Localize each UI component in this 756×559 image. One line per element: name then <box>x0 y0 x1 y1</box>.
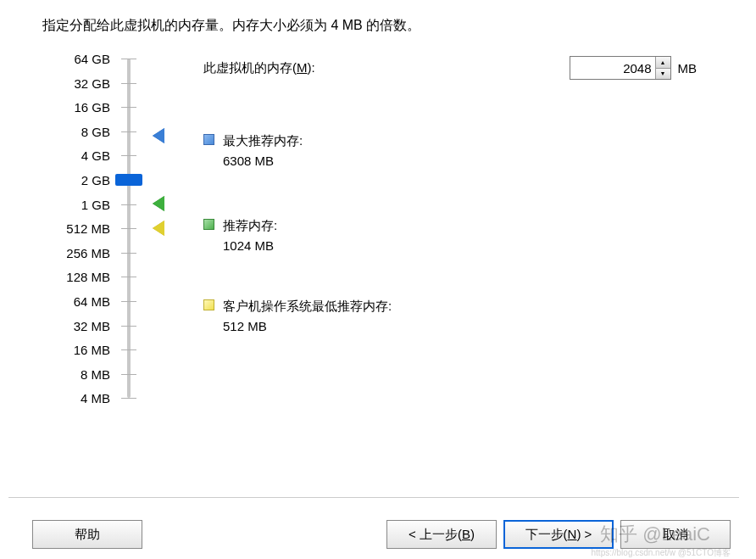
slider-tick-label: 16 MB <box>74 343 110 357</box>
slider-tick-label: 512 MB <box>66 221 110 236</box>
slider-tick-label: 32 MB <box>74 318 110 333</box>
legend-blue-square-icon <box>203 134 214 145</box>
help-button[interactable]: 帮助 <box>32 520 142 549</box>
slider-tick-label: 2 GB <box>81 173 110 187</box>
slider-tick-label: 64 GB <box>74 52 110 66</box>
spinner-down-icon[interactable]: ▼ <box>656 69 670 80</box>
legend-recommended-memory: 推荐内存: 1024 MB <box>203 215 277 256</box>
memory-label: 此虚拟机的内存(M): <box>203 60 315 76</box>
next-button[interactable]: 下一步(N) > <box>503 520 614 549</box>
memory-unit: MB <box>678 61 698 75</box>
legend-max-memory: 最大推荐内存: 6308 MB <box>203 131 303 171</box>
legend-green-square-icon <box>203 219 214 230</box>
recommended-memory-marker-icon <box>153 196 164 211</box>
min-memory-marker-icon <box>153 221 164 236</box>
slider-tick-label: 8 MB <box>81 366 110 381</box>
slider-tick-label: 1 GB <box>81 197 110 211</box>
max-memory-marker-icon <box>153 128 164 143</box>
legend-yellow-square-icon <box>203 299 214 310</box>
spinner-up-icon[interactable]: ▲ <box>656 57 670 69</box>
watermark-small: https://blog.csdn.net/w @51CTO博客 <box>592 547 731 559</box>
memory-slider[interactable]: 64 GB32 GB16 GB8 GB4 GB2 GB1 GB512 MB256… <box>42 59 170 432</box>
slider-tick-label: 4 GB <box>81 148 110 163</box>
slider-tick-label: 256 MB <box>66 245 110 260</box>
legend-min-memory: 客户机操作系统最低推荐内存: 512 MB <box>203 296 392 337</box>
memory-spinner[interactable]: ▲ ▼ <box>570 56 671 80</box>
cancel-button[interactable]: 取消 <box>620 520 731 549</box>
slider-thumb[interactable] <box>115 174 142 186</box>
slider-tick-label: 32 GB <box>74 75 110 90</box>
slider-tick-label: 64 MB <box>74 294 110 309</box>
memory-input[interactable] <box>570 57 655 79</box>
slider-tick-label: 128 MB <box>66 270 110 284</box>
divider <box>8 497 739 498</box>
slider-tick-label: 4 MB <box>81 391 110 405</box>
slider-tick-label: 16 GB <box>74 100 110 115</box>
instruction-text: 指定分配给此虚拟机的内存量。内存大小必须为 4 MB 的倍数。 <box>42 17 731 35</box>
slider-tick-label: 8 GB <box>81 124 110 138</box>
back-button[interactable]: < 上一步(B) <box>386 520 497 549</box>
